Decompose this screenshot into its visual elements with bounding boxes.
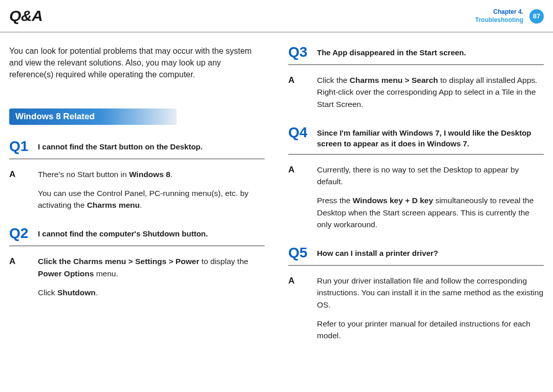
answer-fragment: Click bbox=[38, 288, 57, 297]
qa-block-q5: Q5 How can I install a printer driver? A… bbox=[288, 246, 544, 341]
question-row: Q5 How can I install a printer driver? bbox=[288, 246, 544, 266]
section-label: Windows 8 Related bbox=[9, 108, 177, 125]
header-meta: Chapter 4. Troubleshooting 87 bbox=[475, 8, 544, 24]
answer-text: There's no Start button in Windows 8. Yo… bbox=[38, 168, 265, 211]
answer-fragment: There's no Start button in bbox=[38, 170, 129, 179]
answer-label: A bbox=[288, 74, 310, 87]
answer-bold: Shutdown bbox=[57, 288, 96, 297]
answer-fragment: Click the bbox=[317, 76, 350, 84]
question-number: Q4 bbox=[288, 125, 310, 140]
page-header: Q&A Chapter 4. Troubleshooting 87 bbox=[0, 0, 553, 32]
content-columns: You can look for potential problems that… bbox=[0, 33, 553, 357]
question-text: Since I'm familiar with Windows 7, I wou… bbox=[317, 125, 544, 149]
answer-text: Click the Charms menu > Settings > Power… bbox=[38, 255, 265, 298]
answer-fragment: You can use the Control Panel, PC-runnin… bbox=[38, 189, 248, 209]
question-text: I cannot find the computer's Shutdown bu… bbox=[38, 226, 208, 239]
answer-fragment: . bbox=[171, 170, 173, 179]
answer-text: Click the Charms menu > Search to displa… bbox=[317, 74, 544, 110]
page-number-badge: 87 bbox=[529, 9, 544, 24]
answer-label: A bbox=[9, 255, 31, 268]
qa-block-q4: Q4 Since I'm familiar with Windows 7, I … bbox=[288, 125, 544, 230]
answer-bold: Windows key + D key bbox=[353, 196, 433, 205]
answer-fragment: . bbox=[96, 288, 98, 297]
page-title: Q&A bbox=[9, 7, 42, 25]
question-row: Q1 I cannot find the Start button on the… bbox=[9, 139, 265, 159]
answer-bold: Click the Charms menu > Settings > Power bbox=[38, 257, 199, 266]
question-row: Q3 The App disappeared in the Start scre… bbox=[288, 45, 544, 65]
question-number: Q1 bbox=[9, 139, 31, 154]
question-row: Q2 I cannot find the computer's Shutdown… bbox=[9, 226, 265, 246]
answer-fragment: . bbox=[140, 201, 142, 209]
question-number: Q5 bbox=[288, 246, 310, 260]
left-column: You can look for potential problems that… bbox=[9, 45, 265, 357]
qa-block-q1: Q1 I cannot find the Start button on the… bbox=[9, 139, 265, 211]
answer-label: A bbox=[288, 164, 310, 177]
breadcrumb-section: Troubleshooting bbox=[475, 16, 523, 25]
answer-label: A bbox=[288, 275, 310, 288]
qa-block-q2: Q2 I cannot find the computer's Shutdown… bbox=[9, 226, 265, 298]
answer-row: A Click the Charms menu > Search to disp… bbox=[288, 74, 544, 110]
answer-paragraph: Currently, there is no way to set the De… bbox=[317, 164, 544, 188]
answer-fragment: Press the bbox=[317, 196, 353, 205]
answer-bold: Charms menu bbox=[87, 201, 140, 209]
answer-fragment: menu. bbox=[94, 269, 118, 278]
right-column: Q3 The App disappeared in the Start scre… bbox=[288, 45, 544, 357]
answer-row: A Currently, there is no way to set the … bbox=[288, 164, 544, 230]
question-text: The App disappeared in the Start screen. bbox=[317, 45, 466, 58]
question-row: Q4 Since I'm familiar with Windows 7, I … bbox=[288, 125, 544, 155]
answer-paragraph: Refer to your printer manual for detaile… bbox=[317, 318, 544, 342]
breadcrumb-chapter: Chapter 4. bbox=[475, 8, 523, 16]
question-number: Q2 bbox=[9, 226, 31, 241]
answer-fragment: to display the bbox=[199, 257, 248, 266]
breadcrumb: Chapter 4. Troubleshooting bbox=[475, 8, 523, 24]
section-label-container: Windows 8 Related bbox=[9, 108, 265, 125]
answer-text: Run your driver installation file and fo… bbox=[317, 275, 544, 341]
answer-row: A Run your driver installation file and … bbox=[288, 275, 544, 341]
intro-paragraph: You can look for potential problems that… bbox=[9, 45, 265, 81]
question-number: Q3 bbox=[288, 45, 310, 59]
question-text: I cannot find the Start button on the De… bbox=[38, 139, 203, 152]
answer-bold: Windows 8 bbox=[129, 170, 171, 179]
answer-bold: Charms menu > Search bbox=[350, 76, 438, 84]
answer-paragraph: Run your driver installation file and fo… bbox=[317, 275, 544, 311]
answer-label: A bbox=[9, 168, 31, 181]
answer-bold: Power Options bbox=[38, 269, 94, 278]
answer-row: A Click the Charms menu > Settings > Pow… bbox=[9, 255, 265, 298]
answer-text: Currently, there is no way to set the De… bbox=[317, 164, 544, 230]
qa-block-q3: Q3 The App disappeared in the Start scre… bbox=[288, 45, 544, 110]
answer-row: A There's no Start button in Windows 8. … bbox=[9, 168, 265, 211]
question-text: How can I install a printer driver? bbox=[317, 246, 438, 258]
